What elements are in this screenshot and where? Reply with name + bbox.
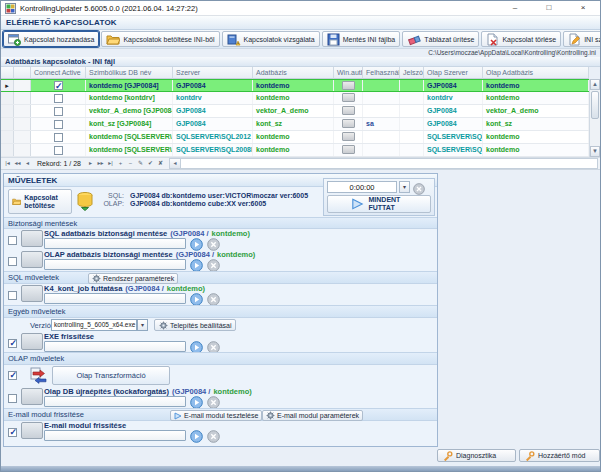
connect-active-cell[interactable] — [31, 118, 86, 130]
table-row[interactable]: kontdemo [kontdrv] kontdrv kontdemo kont… — [1, 92, 589, 105]
winauth-cell[interactable] — [334, 105, 363, 117]
task-checkbox[interactable] — [8, 394, 17, 403]
table-row[interactable]: kontdemo [SQLSERVER\SQL2012] SQLSERVER\S… — [1, 131, 589, 144]
install-settings-button[interactable]: Telepítés beállításai — [154, 319, 236, 331]
task-status-button[interactable] — [21, 230, 43, 247]
version-combobox[interactable]: kontrolling_5_6005_x64.exe — [51, 319, 137, 331]
task-checkbox-checked[interactable] — [8, 428, 17, 437]
winauth-button[interactable] — [342, 93, 355, 102]
unchecked-checkbox-icon[interactable] — [54, 120, 63, 129]
winauth-button[interactable] — [342, 106, 355, 115]
nav-next-page-button[interactable]: ▸▸ — [96, 158, 105, 169]
connect-active-cell[interactable] — [31, 92, 86, 104]
task-status-button[interactable] — [21, 285, 43, 302]
inspect-connections-button[interactable]: Kapcsolatok vizsgálata — [222, 31, 320, 47]
load-connections-ini-button[interactable]: Kapcsolatok betöltése INI-ből — [101, 31, 219, 47]
task-status-button[interactable] — [21, 388, 43, 405]
task-status-button[interactable] — [21, 333, 43, 350]
col-olap-server[interactable]: Olap Szerver — [424, 67, 483, 79]
winauth-button[interactable] — [342, 145, 355, 154]
row-select-cell[interactable] — [14, 144, 31, 156]
olap-transform-button[interactable]: Olap Transzformáció — [52, 366, 170, 385]
scroll-down-icon[interactable]: ▼ — [590, 146, 600, 157]
checked-checkbox-icon[interactable] — [54, 81, 63, 90]
nav-delete-button[interactable]: − — [126, 158, 135, 169]
close-button[interactable]: × — [566, 1, 600, 16]
winauth-cell[interactable] — [334, 92, 363, 104]
grid-vertical-scrollbar[interactable]: ▲ ▼ — [589, 79, 600, 157]
minimize-button[interactable]: – — [498, 1, 532, 16]
col-database[interactable]: Adatbázis — [253, 67, 334, 79]
nav-cancel-button[interactable]: ✘ — [156, 158, 165, 169]
email-params-button[interactable]: E-mail modul paraméterek — [262, 410, 363, 421]
winauth-button[interactable] — [342, 132, 355, 141]
task-checkbox[interactable] — [8, 291, 17, 300]
maximize-button[interactable]: □ — [532, 1, 566, 16]
col-symbolic-db[interactable]: Szimbólikus DB név — [86, 67, 173, 79]
load-connection-button[interactable]: Kapcsolat betöltése — [8, 189, 72, 214]
system-params-button[interactable]: Rendszer paraméterek — [88, 273, 178, 284]
row-select-cell[interactable] — [14, 80, 31, 91]
nav-edit-button[interactable]: ✎ — [136, 158, 145, 169]
task-checkbox-checked[interactable] — [8, 371, 17, 380]
table-row[interactable]: vektor_A_demo [GJP0084] GJP0084 vektor_A… — [1, 105, 589, 118]
task-checkbox-checked[interactable] — [8, 339, 17, 348]
unchecked-checkbox-icon[interactable] — [54, 146, 63, 155]
winauth-cell[interactable] — [334, 131, 363, 143]
connect-active-cell[interactable] — [31, 144, 86, 156]
table-row[interactable]: kont_sz [GJP0084] GJP0084 kont_sz sa GJP… — [1, 118, 589, 131]
winauth-button[interactable] — [342, 81, 355, 90]
unchecked-checkbox-icon[interactable] — [54, 107, 63, 116]
task-checkbox[interactable] — [8, 236, 17, 245]
diagnostics-button[interactable]: Diagnosztika — [437, 449, 516, 462]
winauth-cell[interactable] — [334, 144, 363, 156]
col-user[interactable]: Felhasználó — [363, 67, 400, 79]
table-row[interactable]: kontdemo [GJP0084] GJP0084 kontdemo GJP0… — [1, 79, 589, 92]
connect-active-cell[interactable] — [31, 131, 86, 143]
task-checkbox[interactable] — [8, 257, 17, 266]
save-ini-button[interactable]: Mentés INI fájlba — [322, 31, 401, 47]
run-all-button[interactable]: MINDENT FUTTAT — [327, 195, 431, 213]
task-status-button[interactable] — [21, 251, 43, 268]
nav-last-button[interactable]: ▸| — [106, 158, 115, 169]
grid-horizontal-scrollbar[interactable]: ◂ — [169, 158, 598, 169]
col-password[interactable]: Jelszó — [400, 67, 424, 79]
winauth-button[interactable] — [342, 119, 355, 128]
col-winauth[interactable]: Win.auth — [334, 67, 363, 79]
nav-post-button[interactable]: ✔ — [146, 158, 155, 169]
combo-dropdown-icon[interactable]: ▾ — [137, 319, 148, 331]
unchecked-checkbox-icon[interactable] — [54, 94, 63, 103]
task-run-button[interactable] — [190, 429, 203, 447]
edit-ini-button[interactable]: INI szerkesztése — [563, 31, 601, 47]
add-connection-button[interactable]: Kapcsolat hozzáadása — [3, 31, 99, 47]
col-server[interactable]: Szerver — [173, 67, 253, 79]
delete-connection-button[interactable]: Kapcsolat törlése — [481, 31, 561, 47]
row-select-cell[interactable] — [14, 131, 31, 143]
timer-dropdown-icon[interactable]: ▾ — [399, 181, 410, 193]
unchecked-checkbox-icon[interactable] — [54, 133, 63, 142]
col-connect-active[interactable]: Connect Active — [31, 67, 86, 79]
nav-append-button[interactable]: + — [116, 158, 125, 169]
expert-mode-button[interactable]: Hozzáértő mód — [519, 449, 600, 462]
scrollbar-thumb[interactable] — [591, 91, 599, 119]
connect-active-cell[interactable] — [31, 80, 86, 91]
row-select-cell[interactable] — [14, 105, 31, 117]
task-status-button[interactable] — [21, 422, 43, 439]
scroll-left-icon[interactable]: ◂ — [170, 159, 181, 168]
task-stop-button[interactable] — [207, 429, 220, 447]
email-test-button[interactable]: E-mail modul tesztelése — [170, 410, 262, 421]
winauth-cell[interactable] — [334, 118, 363, 130]
col-selector[interactable] — [14, 67, 31, 79]
col-olap-database[interactable]: Olap Adatbázis — [483, 67, 589, 79]
row-select-cell[interactable] — [14, 118, 31, 130]
clear-table-button[interactable]: Táblázat ürítése — [402, 31, 479, 47]
connect-active-cell[interactable] — [31, 105, 86, 117]
nav-next-button[interactable]: ▸ — [86, 158, 95, 169]
nav-prev-page-button[interactable]: ◂◂ — [13, 158, 22, 169]
nav-prev-button[interactable]: ◂ — [23, 158, 32, 169]
scroll-up-icon[interactable]: ▲ — [590, 79, 600, 90]
winauth-cell[interactable] — [334, 80, 363, 91]
nav-first-button[interactable]: |◂ — [3, 158, 12, 169]
row-select-cell[interactable] — [14, 92, 31, 104]
table-row[interactable]: kontdemo [SQLSERVER\SQL2008R2] SQLSERVER… — [1, 144, 589, 157]
